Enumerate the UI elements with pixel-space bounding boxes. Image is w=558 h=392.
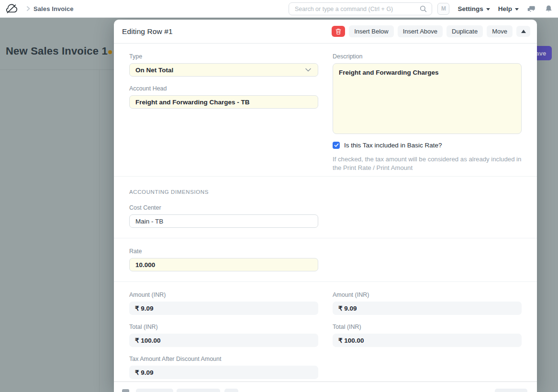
type-select[interactable]: On Net Total <box>129 63 318 77</box>
sidebar-divider <box>99 69 100 392</box>
breadcrumb[interactable]: Sales Invoice <box>33 0 74 17</box>
amount-company-label: Amount (INR) <box>129 291 318 298</box>
modal-toolbar: Insert Below Insert Above Duplicate Move <box>332 25 530 37</box>
accounting-dimensions-heading: ACCOUNTING DIMENSIONS <box>129 189 209 195</box>
navbar: Sales Invoice M Settings Help <box>0 0 558 18</box>
grid-footer-button[interactable] <box>136 389 173 392</box>
grid-footer <box>114 381 537 392</box>
total-label: Total (INR) <box>333 324 522 330</box>
search-icon <box>420 5 427 12</box>
total-value: ₹ 100.00 <box>333 334 522 347</box>
navbar-right-cluster: M Settings Help <box>437 0 553 17</box>
account-head-input[interactable] <box>129 95 318 109</box>
section-rate: Rate <box>114 238 537 281</box>
amount-value: ₹ 9.09 <box>333 302 522 315</box>
move-button[interactable]: Move <box>487 25 513 37</box>
cost-center-label: Cost Center <box>129 204 318 211</box>
account-head-label: Account Head <box>129 85 318 92</box>
check-icon <box>334 143 339 147</box>
type-label: Type <box>129 53 318 60</box>
settings-label: Settings <box>458 5 483 12</box>
section-main: Type On Net Total Account Head Descripti… <box>114 44 537 176</box>
cost-center-input[interactable] <box>129 214 318 228</box>
total-company-value: ₹ 100.00 <box>129 334 318 347</box>
insert-above-button[interactable]: Insert Above <box>398 25 443 37</box>
triangle-up-icon <box>521 30 526 33</box>
tax-included-label[interactable]: Is this Tax included in Basic Rate? <box>344 142 442 149</box>
duplicate-button[interactable]: Duplicate <box>446 25 483 37</box>
delete-row-button[interactable] <box>332 26 345 37</box>
chevron-down-icon <box>515 8 519 11</box>
chat-icon[interactable] <box>527 4 536 13</box>
unsaved-indicator-dot <box>108 50 112 54</box>
trash-icon <box>335 28 341 34</box>
page-head-divider <box>0 69 114 70</box>
rate-input[interactable] <box>129 258 318 271</box>
help-menu[interactable]: Help <box>498 5 519 12</box>
amount-label: Amount (INR) <box>333 291 522 298</box>
description-textarea[interactable] <box>333 63 522 134</box>
global-search[interactable] <box>289 2 432 15</box>
grid-select-all-checkbox[interactable] <box>122 389 129 392</box>
tax-included-checkbox[interactable] <box>333 142 340 149</box>
select-chevron-icon <box>305 68 311 72</box>
app-window: New Sales Invoice 1 Save Sales Invoice M… <box>0 0 558 392</box>
grid-footer-button[interactable] <box>495 389 527 392</box>
section-amounts: Amount (INR) ₹ 9.09 Total (INR) ₹ 100.00… <box>114 281 537 381</box>
chevron-down-icon <box>486 8 490 11</box>
search-input[interactable] <box>289 6 420 12</box>
total-company-label: Total (INR) <box>129 324 318 330</box>
user-avatar[interactable]: M <box>437 3 449 15</box>
modal-header: Editing Row #1 Insert Below Insert Above… <box>114 20 537 44</box>
grid-row-edit-modal: Editing Row #1 Insert Below Insert Above… <box>114 20 537 392</box>
section-accounting-dimensions: ACCOUNTING DIMENSIONS Cost Center <box>114 176 537 238</box>
tax-included-row: Is this Tax included in Basic Rate? <box>333 142 522 149</box>
app-logo-icon[interactable] <box>6 3 18 14</box>
grid-footer-button[interactable] <box>224 389 238 392</box>
help-label: Help <box>498 5 512 12</box>
breadcrumb-chevron-icon <box>25 5 32 12</box>
collapse-row-button[interactable] <box>516 26 530 37</box>
modal-title: Editing Row #1 <box>122 27 173 36</box>
description-label: Description <box>333 53 522 60</box>
notifications-bell-icon[interactable] <box>544 4 553 13</box>
insert-below-button[interactable]: Insert Below <box>349 25 394 37</box>
settings-menu[interactable]: Settings <box>458 5 490 12</box>
rate-label: Rate <box>129 248 318 255</box>
grid-footer-button[interactable] <box>177 389 220 392</box>
amount-company-value: ₹ 9.09 <box>129 302 318 315</box>
type-selected-value: On Net Total <box>135 67 173 74</box>
page-title: New Sales Invoice 1 <box>6 45 108 57</box>
tax-included-help-text: If checked, the tax amount will be consi… <box>333 155 522 172</box>
tax-amount-after-discount-label: Tax Amount After Discount Amount <box>129 356 318 362</box>
tax-amount-after-discount-value: ₹ 9.09 <box>129 366 318 379</box>
